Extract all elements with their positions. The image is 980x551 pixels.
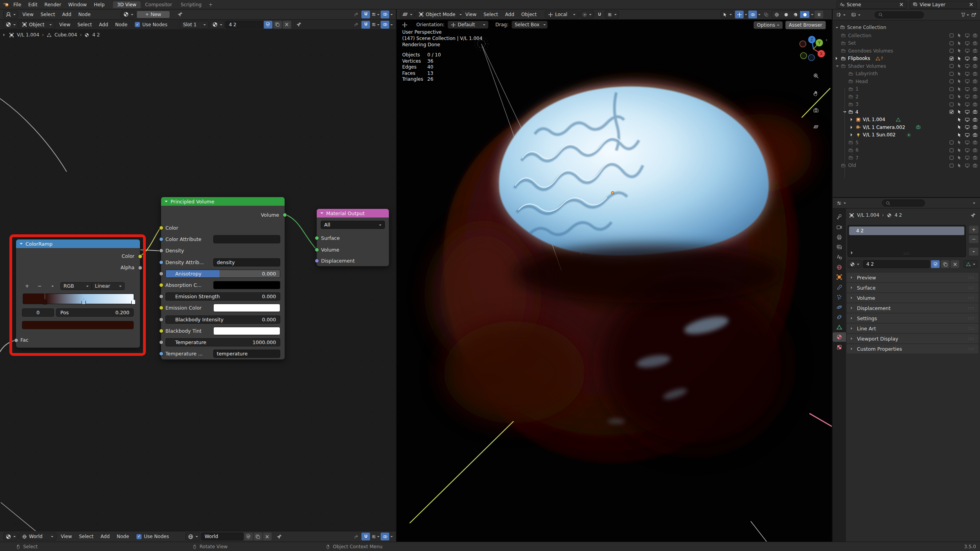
hide-render-icon[interactable] xyxy=(973,109,978,114)
color-ramp-gradient[interactable] xyxy=(23,294,134,304)
hide-viewport-icon[interactable] xyxy=(965,155,970,160)
hide-viewport-icon[interactable] xyxy=(965,94,970,99)
material-browse-button[interactable] xyxy=(210,21,225,29)
material-slot-list[interactable]: 4 2 :::: xyxy=(848,225,966,257)
socket-color-attribute-input[interactable] xyxy=(159,237,163,241)
panel-settings[interactable]: Settings:::: xyxy=(847,314,978,323)
mode-dropdown[interactable]: Object Mode xyxy=(416,11,461,18)
outliner-row-set[interactable]: Set xyxy=(833,40,980,47)
properties-tab-particles[interactable] xyxy=(833,292,846,302)
panel-viewport-display[interactable]: Viewport Display:::: xyxy=(847,334,978,343)
selectable-icon[interactable] xyxy=(957,102,962,107)
node-header[interactable]: ColorRamp xyxy=(16,239,140,248)
hide-viewport-icon[interactable] xyxy=(965,148,970,153)
socket-displacement-input[interactable] xyxy=(315,259,319,263)
snap-settings-dropdown[interactable] xyxy=(371,12,379,17)
node-header[interactable]: Material Output xyxy=(317,209,389,218)
shader-type-dropdown[interactable]: Object xyxy=(19,21,55,29)
hide-render-icon[interactable] xyxy=(973,125,978,130)
use-nodes-checkbox[interactable]: Use Nodes xyxy=(135,22,167,27)
pin-icon[interactable] xyxy=(177,11,183,17)
render-checkbox-icon[interactable] xyxy=(949,63,954,69)
menu-node[interactable]: Node xyxy=(113,533,132,540)
hide-viewport-icon[interactable] xyxy=(965,117,970,122)
new-collection-icon[interactable] xyxy=(971,12,976,17)
material-browse-button[interactable] xyxy=(848,260,862,268)
unlink-world-button[interactable] xyxy=(263,533,272,540)
outliner-row-6[interactable]: 6 xyxy=(833,147,980,154)
outliner-search[interactable] xyxy=(875,11,924,18)
pause-render-button[interactable] xyxy=(815,11,823,18)
outliner-row-flipbooks[interactable]: Flipbooks7 xyxy=(833,55,980,63)
hide-render-icon[interactable] xyxy=(973,94,978,99)
socket-density-attrib--input[interactable] xyxy=(159,260,163,265)
outliner-row-collection[interactable]: Collection xyxy=(833,32,980,40)
render-checkbox-icon[interactable] xyxy=(949,71,954,76)
fake-user-button[interactable] xyxy=(244,533,253,540)
outliner-row-2[interactable]: 2 xyxy=(833,93,980,101)
render-checkbox-icon[interactable] xyxy=(949,109,954,114)
selectable-icon[interactable] xyxy=(957,117,962,122)
outliner-row-v-l-1-sun-002[interactable]: V/L 1 Sun.002 xyxy=(833,131,980,139)
menu-select[interactable]: Select xyxy=(74,21,95,28)
selectable-icon[interactable] xyxy=(957,71,962,76)
copy-material-button[interactable] xyxy=(941,260,949,268)
panel-line-art[interactable]: Line Art:::: xyxy=(847,324,978,333)
go-parent-node-button[interactable] xyxy=(352,533,360,540)
field-density-attrib-[interactable]: density xyxy=(213,258,280,266)
gradient-stop-0[interactable] xyxy=(43,299,47,304)
properties-tab-modifiers[interactable] xyxy=(833,283,846,292)
panel-preview[interactable]: Preview:::: xyxy=(847,273,978,282)
resize-grip[interactable]: :::: xyxy=(904,252,910,256)
snap-toggle-button[interactable] xyxy=(595,11,604,18)
hide-render-icon[interactable] xyxy=(973,117,978,122)
copy-material-button[interactable] xyxy=(273,21,282,29)
menu-node[interactable]: Node xyxy=(112,21,131,28)
properties-tab-tool[interactable] xyxy=(833,212,846,222)
socket-surface-input[interactable] xyxy=(315,236,319,240)
link-object-data-dropdown[interactable] xyxy=(964,260,978,268)
object-visibility-dropdown[interactable] xyxy=(720,11,734,18)
socket-blackbody-tint-input[interactable] xyxy=(159,329,163,333)
copy-world-button[interactable] xyxy=(254,533,262,540)
breadcrumb-material[interactable]: 4 2 xyxy=(895,212,902,218)
menu-select[interactable]: Select xyxy=(75,533,97,540)
navigation-gizmo[interactable]: Z Y X xyxy=(797,33,830,65)
snap-toggle-button[interactable] xyxy=(361,11,370,18)
drag-dropdown[interactable]: Select Box xyxy=(512,21,548,29)
value-temperature[interactable]: Temperature1000.000 xyxy=(165,338,280,346)
shading-rendered-button[interactable] xyxy=(800,11,809,18)
socket-blackbody-intensity-input[interactable] xyxy=(159,317,163,322)
pin-icon[interactable] xyxy=(970,212,976,218)
selectable-icon[interactable] xyxy=(957,109,962,114)
menu-view[interactable]: View xyxy=(56,21,74,28)
menu-file[interactable]: File xyxy=(10,1,25,8)
gradient-stop-2[interactable] xyxy=(131,299,136,304)
outliner-row-old[interactable]: Old xyxy=(833,162,980,170)
properties-options[interactable] xyxy=(973,203,975,205)
hide-render-icon[interactable] xyxy=(973,71,978,76)
hide-viewport-icon[interactable] xyxy=(965,125,970,130)
properties-tab-material[interactable] xyxy=(833,332,846,342)
toggle-xray-button[interactable] xyxy=(762,11,770,18)
hide-render-icon[interactable] xyxy=(973,33,978,38)
editor-type-button[interactable] xyxy=(3,533,18,540)
fake-user-button[interactable] xyxy=(264,21,272,29)
socket-color-output[interactable] xyxy=(138,254,142,259)
shading-material-preview-button[interactable] xyxy=(791,11,800,18)
view-layer-selector[interactable]: View Layer xyxy=(909,1,977,9)
camera-view-button[interactable] xyxy=(811,105,821,115)
selectable-icon[interactable] xyxy=(957,155,962,160)
remove-slot-button[interactable]: − xyxy=(969,235,978,243)
swatch-blackbody-tint[interactable] xyxy=(213,327,280,335)
socket-emission-strength-input[interactable] xyxy=(159,294,163,299)
node-material-output[interactable]: Material Output All Surface Volume Displ… xyxy=(316,208,389,266)
hide-viewport-icon[interactable] xyxy=(965,41,970,46)
render-checkbox-icon[interactable] xyxy=(949,148,954,153)
node-colorramp[interactable]: ColorRamp Color Alpha + − RGB Linear 0 P… xyxy=(16,239,140,348)
active-tool-icon[interactable] xyxy=(402,22,408,28)
shader-type-dropdown[interactable]: World xyxy=(19,533,56,540)
material-name-field[interactable]: 4 2 xyxy=(225,21,263,29)
render-checkbox-icon[interactable] xyxy=(949,33,954,38)
menu-add[interactable]: Add xyxy=(96,21,112,28)
